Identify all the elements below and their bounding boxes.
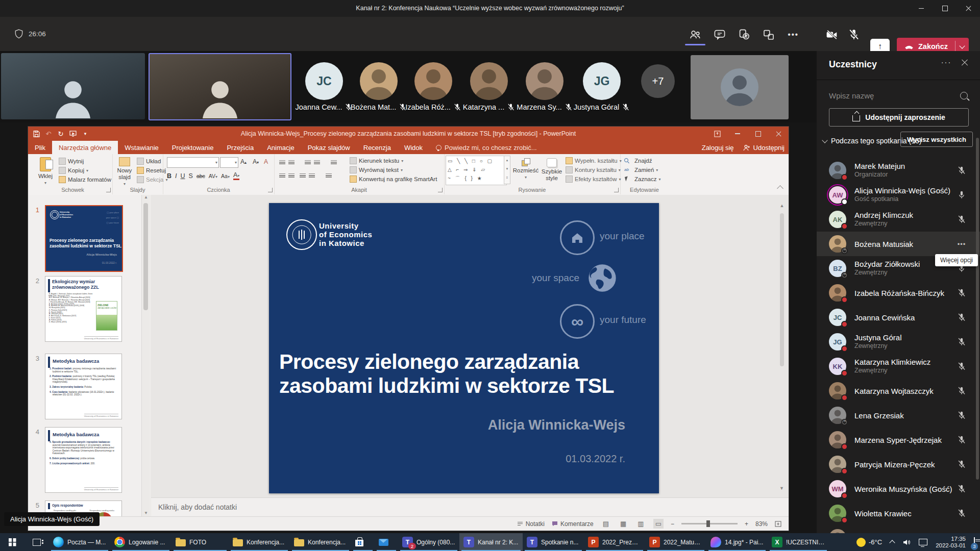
slide-thumbnail-2[interactable]: Ekologiczny wymiarzrównoważonego ZZL -R.… xyxy=(45,276,122,342)
ribbon-tab[interactable]: Plik xyxy=(28,141,52,154)
participant-mic-button[interactable]: ••• xyxy=(957,190,967,199)
maximize-button[interactable] xyxy=(933,0,957,17)
align-left-icon[interactable] xyxy=(279,173,285,179)
participant-video-tile[interactable]: +7 xyxy=(629,51,687,122)
slide-scrollbar[interactable]: ▲ ▼ ⇞ ⇟ xyxy=(778,203,786,519)
slide-thumbnail-4[interactable]: Metodyka badawcza 5. Sposób gromadzenia … xyxy=(45,427,122,493)
dialog-launcher-icon[interactable] xyxy=(438,188,443,192)
video-tile-speaker-2[interactable] xyxy=(149,53,291,120)
participant-mic-button[interactable]: ••• xyxy=(957,435,967,444)
participant-mic-button[interactable]: ••• xyxy=(957,215,967,224)
slide-thumbnail-1[interactable]: Universityof Economicsin Katowice ◯ your… xyxy=(45,205,123,272)
select-button[interactable]: Zaznacz▾ xyxy=(624,175,660,183)
participant-video-tile[interactable]: Marzena Sy... xyxy=(516,51,573,122)
notes-toggle[interactable]: Notatki xyxy=(517,520,545,528)
ppt-minimize-button[interactable] xyxy=(727,127,748,141)
underline-button[interactable]: U xyxy=(181,172,185,180)
taskbar-button[interactable] xyxy=(351,533,375,551)
taskbar-button[interactable]: Logowanie ... xyxy=(110,533,172,551)
participant-mic-button[interactable]: ••• xyxy=(957,460,967,469)
zoom-in-button[interactable]: + xyxy=(745,520,748,528)
taskbar-button[interactable]: Konferencja... xyxy=(229,533,290,551)
mute-all-button[interactable]: Wycisz wszystkich xyxy=(900,132,973,147)
breakout-rooms-button[interactable] xyxy=(760,26,778,43)
participant-row[interactable]: ••• xyxy=(817,525,980,533)
undo-button[interactable]: ↶ xyxy=(42,127,55,141)
minimize-button[interactable] xyxy=(910,0,933,17)
layout-button[interactable]: Układ xyxy=(137,157,161,165)
participant-video-tile[interactable]: Katarzyna ... xyxy=(460,51,518,122)
format-painter-button[interactable]: Malarz formatów xyxy=(59,176,111,184)
taskbar-button[interactable]: FOTO xyxy=(172,533,229,551)
taskbar-button[interactable]: 14.jpg* - Pai... xyxy=(706,533,768,551)
thumbnails-scrollbar[interactable]: ▲▼ xyxy=(141,195,150,516)
panel-more-button[interactable]: ··· xyxy=(941,58,951,67)
shapes-scroll[interactable]: ▲▼≡ xyxy=(504,156,510,184)
clock[interactable]: 17:35 2022-03-01 xyxy=(936,536,966,549)
ribbon-tab[interactable]: Narzędzia główne xyxy=(52,141,118,154)
participant-mic-button[interactable]: ••• xyxy=(957,337,967,346)
participant-mic-button[interactable]: ••• xyxy=(957,166,967,175)
participant-row[interactable]: JG Justyna Góral Zewnętrzny ••• xyxy=(817,330,980,354)
collapse-ribbon-button[interactable] xyxy=(777,185,783,192)
grow-font-button[interactable]: A▴ xyxy=(240,158,247,165)
mic-off-button[interactable] xyxy=(845,26,863,43)
participant-video-tile[interactable]: Izabela Róż... xyxy=(405,51,462,122)
participant-row[interactable]: Marek Matejun Organizator ••• xyxy=(817,158,980,183)
taskbar-button[interactable]: !UCZESTNIC... xyxy=(768,533,829,551)
taskbar-button[interactable] xyxy=(375,533,398,551)
volume-icon[interactable] xyxy=(902,539,911,546)
shape-effects-button[interactable]: Efekty kształtów▾ xyxy=(566,175,621,183)
taskbar-button[interactable]: Konferencja... xyxy=(290,533,351,551)
reading-view-button[interactable]: ▥ xyxy=(635,519,646,529)
taskbar-button[interactable]: Kanał nr 2: K... xyxy=(459,533,523,551)
close-button[interactable] xyxy=(957,0,980,17)
dialog-launcher-icon[interactable] xyxy=(614,188,619,192)
text-direction-button[interactable]: Kierunek tekstu▾ xyxy=(350,157,403,165)
ribbon-tab[interactable]: Wstawianie xyxy=(118,141,165,154)
chat-button[interactable] xyxy=(710,26,729,43)
quick-access-more-button[interactable]: ▾ xyxy=(79,127,91,141)
participant-row[interactable]: Marzena Syper-Jędrzejak ••• xyxy=(817,428,980,452)
share-invite-button[interactable]: Udostępnij zaproszenie xyxy=(829,108,969,127)
paste-button[interactable]: Wklej ▾ xyxy=(35,157,56,186)
comments-toggle[interactable]: Komentarze xyxy=(552,520,594,528)
text-shadow-button[interactable]: S xyxy=(189,172,193,180)
ribbon-tab[interactable]: Widok xyxy=(398,141,429,154)
sign-in-link[interactable]: Zaloguj się xyxy=(702,144,734,152)
arrange-button[interactable]: Rozmieść▾ xyxy=(512,158,539,181)
change-case-button[interactable]: Aa▾ xyxy=(221,173,230,179)
columns-icon[interactable] xyxy=(326,173,332,179)
increase-indent-icon[interactable] xyxy=(314,160,320,165)
participant-row[interactable]: Patrycja Mizera-Pęczek ••• xyxy=(817,452,980,477)
notes-pane[interactable]: Kliknij, aby dodać notatki xyxy=(151,497,789,516)
participant-video-tile[interactable]: Bożena Mat... xyxy=(350,51,407,122)
decrease-indent-icon[interactable] xyxy=(305,160,311,165)
participants-toggle-button[interactable] xyxy=(686,26,704,43)
quick-styles-button[interactable]: Szybkie style xyxy=(540,158,564,182)
zoom-out-button[interactable]: − xyxy=(671,520,674,528)
video-tile-speaker-1[interactable] xyxy=(1,53,145,119)
slide-thumbnail-3[interactable]: Metodyka badawcza 1. Przedmiot badań: pr… xyxy=(45,354,122,419)
search-input[interactable]: Wpisz nazwę xyxy=(829,88,968,103)
zoom-level[interactable]: 83% xyxy=(755,520,768,528)
ribbon-tab[interactable]: Recenzja xyxy=(357,141,398,154)
slide-canvas[interactable]: University of Economics in Katowice your… xyxy=(269,203,659,493)
participant-row[interactable]: Lena Grzesiak ••• xyxy=(817,403,980,428)
dialog-launcher-icon[interactable] xyxy=(268,188,273,192)
replace-button[interactable]: abZamień▾ xyxy=(624,166,658,174)
align-right-icon[interactable] xyxy=(300,173,306,179)
participant-mic-button[interactable]: ••• xyxy=(957,484,967,493)
weather-widget[interactable]: -6°C xyxy=(856,538,882,547)
zoom-slider-thumb[interactable] xyxy=(706,520,710,527)
ribbon-tab[interactable]: Przejścia xyxy=(220,141,260,154)
action-center-button[interactable]: 3 xyxy=(974,538,975,547)
participant-row[interactable]: KK Katarzyna Klimkiewicz Zewnętrzny ••• xyxy=(817,354,980,379)
participant-mic-button[interactable]: ••• xyxy=(957,362,967,371)
italic-button[interactable]: I xyxy=(175,172,177,180)
reactions-button[interactable] xyxy=(735,26,753,43)
shape-fill-button[interactable]: Wypełn. kształtu▾ xyxy=(566,157,622,165)
strikethrough-button[interactable]: abc xyxy=(197,173,205,179)
taskbar-button[interactable]: Poczta — M... xyxy=(49,533,110,551)
new-slide-button[interactable]: Nowy slajd ▾ xyxy=(113,157,136,187)
